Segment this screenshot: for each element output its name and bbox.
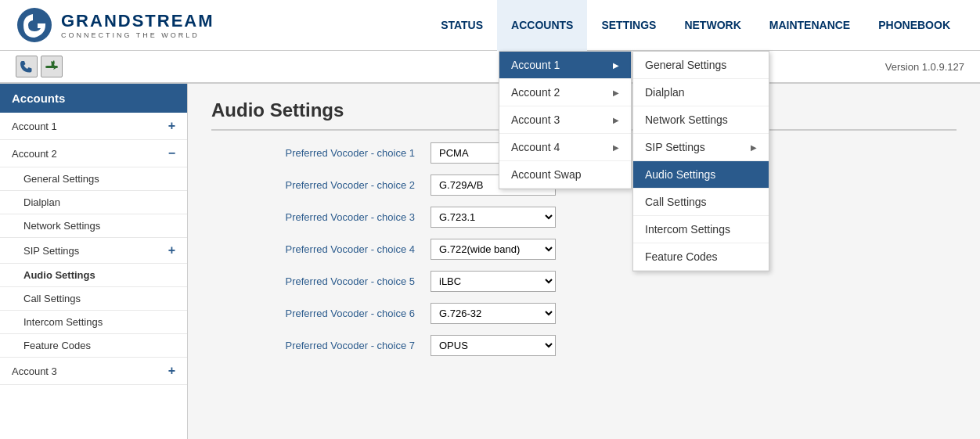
sub-dd-label-sip: SIP Settings [645, 141, 705, 153]
nav-item-phonebook[interactable]: PHONEBOOK [864, 0, 964, 51]
form-row-7: Preferred Vocoder - choice 7PCMAPCMUG.72… [211, 335, 957, 356]
sidebar-sub-item-call-settings[interactable]: Call Settings [0, 287, 187, 311]
dd-arrow-acc4: ▶ [613, 143, 619, 152]
sidebar-sub-label-audio-settings: Audio Settings [23, 269, 95, 281]
form-label-2: Preferred Vocoder - choice 2 [211, 179, 415, 191]
dd-label-acc1: Account 1 [511, 59, 560, 71]
sidebar-sub-label-network-settings: Network Settings [23, 220, 100, 232]
sub-dd-item-feat[interactable]: Feature Codes [633, 243, 769, 271]
logo-area: GRANDSTREAM CONNECTING THE WORLD [16, 6, 214, 44]
form-label-6: Preferred Vocoder - choice 6 [211, 308, 415, 319]
form-select-4[interactable]: PCMAPCMUG.729A/BG.723.1G.722(wide band)i… [431, 239, 556, 260]
logo-text: GRANDSTREAM CONNECTING THE WORLD [61, 11, 214, 39]
sidebar: Accounts Account 1+Account 2−General Set… [0, 84, 188, 439]
nav-item-accounts[interactable]: ACCOUNTS [497, 0, 587, 51]
sub-dd-label-call: Call Settings [645, 196, 707, 208]
dd-item-acc2[interactable]: Account 2▶ [499, 79, 631, 106]
form-label-1: Preferred Vocoder - choice 1 [211, 147, 415, 159]
sub-dd-label-feat: Feature Codes [645, 250, 718, 263]
dd-item-acc-swap[interactable]: Account Swap [499, 161, 631, 189]
dd-arrow-acc2: ▶ [613, 88, 619, 97]
sidebar-sub-label-dialplan: Dialplan [23, 196, 60, 208]
sidebar-sub-label-gen-settings: General Settings [23, 173, 99, 185]
sidebar-sub-label-intercom-settings: Intercom Settings [23, 316, 103, 328]
sidebar-sub-item-gen-settings[interactable]: General Settings [0, 167, 187, 191]
sub-dd-label-gen: General Settings [645, 59, 726, 71]
sidebar-sub-item-feature-codes[interactable]: Feature Codes [0, 334, 187, 358]
sidebar-sub-label-sip-settings: SIP Settings [23, 245, 79, 257]
sidebar-items: Account 1+Account 2−General SettingsDial… [0, 113, 187, 385]
sub-dd-item-sip[interactable]: SIP Settings▶ [633, 134, 769, 161]
sidebar-label-account1: Account 1 [12, 121, 57, 132]
sub-dd-label-audio: Audio Settings [645, 168, 715, 181]
version-text: Version 1.0.9.127 [885, 61, 964, 73]
sidebar-label-account2: Account 2 [12, 148, 57, 160]
sidebar-sub-item-network-settings[interactable]: Network Settings [0, 214, 187, 238]
header: GRANDSTREAM CONNECTING THE WORLD STATUSA… [0, 0, 980, 51]
nav-item-network[interactable]: NETWORK [670, 0, 755, 51]
form-select-7[interactable]: PCMAPCMUG.729A/BG.723.1G.722(wide band)i… [431, 335, 556, 356]
sidebar-sub-label-feature-codes: Feature Codes [23, 340, 91, 351]
sidebar-sub-label-call-settings: Call Settings [23, 293, 81, 304]
logo-subtitle: CONNECTING THE WORLD [61, 31, 214, 39]
accounts-dropdown[interactable]: Account 1▶Account 2▶Account 3▶Account 4▶… [499, 51, 632, 189]
sub-dd-label-dial: Dialplan [645, 86, 685, 99]
sidebar-label-account3: Account 3 [12, 365, 57, 377]
sidebar-section-label: Accounts [12, 92, 65, 105]
form-row-5: Preferred Vocoder - choice 5PCMAPCMUG.72… [211, 271, 957, 292]
sub-dd-item-call[interactable]: Call Settings [633, 189, 769, 216]
sidebar-expand-icon-sip-settings[interactable]: + [168, 243, 175, 257]
dd-arrow-acc3: ▶ [613, 116, 619, 124]
form-label-4: Preferred Vocoder - choice 4 [211, 243, 415, 255]
sub-dd-arrow-sip: ▶ [751, 143, 757, 152]
form-label-3: Preferred Vocoder - choice 3 [211, 211, 415, 223]
logo-title: GRANDSTREAM [61, 11, 214, 31]
form-select-3[interactable]: PCMAPCMUG.729A/BG.723.1G.722(wide band)i… [431, 207, 556, 228]
main-layout: Accounts Account 1+Account 2−General Set… [0, 84, 980, 439]
sub-dd-label-intercom: Intercom Settings [645, 223, 730, 236]
form-label-7: Preferred Vocoder - choice 7 [211, 340, 415, 351]
sub-dd-item-net[interactable]: Network Settings [633, 106, 769, 134]
form-label-5: Preferred Vocoder - choice 5 [211, 275, 415, 287]
nav-item-settings[interactable]: SETTINGS [587, 0, 670, 51]
dd-item-acc3[interactable]: Account 3▶ [499, 106, 631, 134]
dd-arrow-acc1: ▶ [613, 61, 619, 70]
call-button[interactable] [16, 56, 38, 77]
expand-icon-account1[interactable]: + [168, 119, 175, 133]
form-row-6: Preferred Vocoder - choice 6PCMAPCMUG.72… [211, 303, 957, 324]
form-row-3: Preferred Vocoder - choice 3PCMAPCMUG.72… [211, 207, 957, 228]
sidebar-item-account3[interactable]: Account 3+ [0, 358, 187, 385]
sub-dd-label-net: Network Settings [645, 113, 728, 126]
sidebar-sub-item-dialplan[interactable]: Dialplan [0, 191, 187, 214]
dd-label-acc4: Account 4 [511, 141, 560, 153]
form-row-4: Preferred Vocoder - choice 4PCMAPCMUG.72… [211, 239, 957, 260]
logo-icon [16, 6, 53, 44]
dd-item-acc4[interactable]: Account 4▶ [499, 134, 631, 161]
hangup-button[interactable] [41, 56, 63, 77]
svg-rect-1 [45, 66, 58, 68]
form-select-5[interactable]: PCMAPCMUG.729A/BG.723.1G.722(wide band)i… [431, 271, 556, 292]
sidebar-item-account2[interactable]: Account 2− [0, 140, 187, 167]
dd-label-acc3: Account 3 [511, 113, 560, 126]
sub-dd-item-dial[interactable]: Dialplan [633, 79, 769, 106]
nav-item-status[interactable]: STATUS [427, 0, 497, 51]
form-select-6[interactable]: PCMAPCMUG.729A/BG.723.1G.722(wide band)i… [431, 303, 556, 324]
dd-label-acc-swap: Account Swap [511, 168, 582, 181]
sidebar-section-accounts: Accounts [0, 84, 187, 113]
dd-item-acc1[interactable]: Account 1▶ [499, 52, 631, 79]
sub-dd-item-intercom[interactable]: Intercom Settings [633, 216, 769, 243]
dd-label-acc2: Account 2 [511, 86, 560, 99]
sidebar-sub-item-intercom-settings[interactable]: Intercom Settings [0, 311, 187, 334]
collapse-icon-account2[interactable]: − [168, 146, 175, 160]
sidebar-item-account1[interactable]: Account 1+ [0, 113, 187, 140]
sub-dd-item-gen[interactable]: General Settings [633, 52, 769, 79]
toolbar: Version 1.0.9.127 [0, 51, 980, 84]
nav-item-maintenance[interactable]: MAINTENANCE [755, 0, 864, 51]
sub-dd-item-audio[interactable]: Audio Settings [633, 161, 769, 189]
main-nav: STATUSACCOUNTSSETTINGSNETWORKMAINTENANCE… [427, 0, 964, 51]
sidebar-sub-item-sip-settings[interactable]: SIP Settings+ [0, 238, 187, 264]
expand-icon-account3[interactable]: + [168, 364, 175, 378]
sub-dropdown[interactable]: General SettingsDialplanNetwork Settings… [632, 51, 769, 272]
sidebar-sub-item-audio-settings[interactable]: Audio Settings [0, 264, 187, 287]
